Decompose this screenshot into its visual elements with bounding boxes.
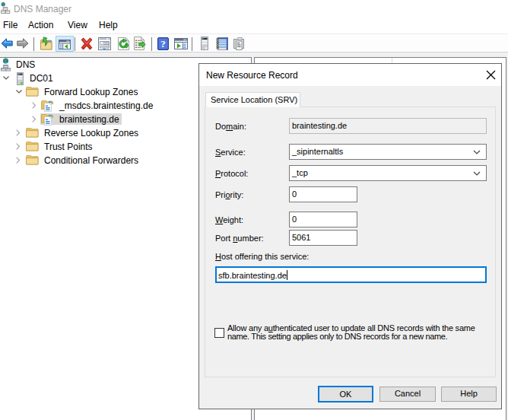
svg-text:?: ?	[160, 38, 166, 49]
